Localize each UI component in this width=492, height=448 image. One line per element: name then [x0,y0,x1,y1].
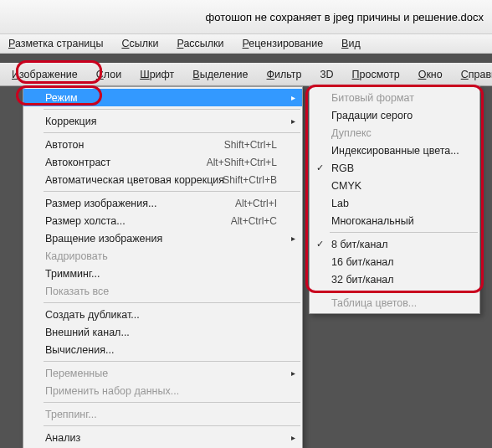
menu-item-label: Автоматическая цветовая коррекция [45,174,224,186]
menu-separator [44,109,300,110]
ps-menu-слои[interactable]: Слои [91,66,126,83]
menu-item[interactable]: Тримминг... [23,265,302,282]
menu-item[interactable]: Внешний канал... [23,323,302,341]
menu-item[interactable]: Создать дубликат... [23,306,302,323]
word-menu-item[interactable]: Рассылки [177,38,223,49]
menu-item-label: Анализ [45,432,80,444]
menu-item[interactable]: Вращение изображения [23,229,302,247]
menu-separator [330,232,478,233]
word-menu-item[interactable]: Ссылки [121,38,158,49]
menu-item-label: Применить набор данных... [45,385,179,397]
menu-separator [44,302,300,303]
menu-item[interactable]: Коррекция [23,112,302,130]
submenu-item[interactable]: 8 бит/канал [310,235,479,253]
menu-shortcut: Alt+Ctrl+I [235,198,277,209]
submenu-item: Таблица цветов... [310,294,479,312]
menu-item: Показать все [23,282,302,300]
menu-item-label: Автотон [45,139,84,151]
menu-shortcut: Shift+Ctrl+L [224,139,277,151]
ps-menu-выделение[interactable]: Выделение [187,66,253,83]
word-menubar: Разметка страницыСсылкиРассылкиРецензиро… [0,33,492,54]
menu-item-label: Показать все [45,286,109,297]
ps-menu-шрифт[interactable]: Шрифт [135,66,179,83]
menu-separator [44,361,300,362]
menu-item-label: Коррекция [45,116,96,127]
ps-menu-справка[interactable]: Справка [456,66,492,83]
menu-item-label: Автоконтраст [45,157,110,168]
menu-item: Переменные [23,364,302,382]
menu-item[interactable]: АвтоконтрастAlt+Shift+Ctrl+L [23,153,302,171]
submenu-item[interactable]: Градации серого [310,106,479,124]
menu-item[interactable]: Автоматическая цветовая коррекцияShift+C… [23,171,302,188]
menu-item[interactable]: Анализ [23,429,302,446]
menu-item-label: Размер изображения... [45,198,156,209]
menu-item-label: Внешний канал... [45,327,130,338]
ps-menu-фильтр[interactable]: Фильтр [262,66,307,83]
menu-item[interactable]: Размер холста...Alt+Ctrl+C [23,212,302,229]
menu-item[interactable]: Вычисления... [23,341,302,358]
menu-item-label: Треппинг... [45,409,97,420]
submenu-item[interactable]: Многоканальный [310,212,479,229]
menu-separator [330,291,478,291]
menu-item-label: Создать дубликат... [45,309,140,321]
submenu-item[interactable]: Lab [310,194,479,212]
menu-separator [44,191,300,192]
ps-menu-окно[interactable]: Окно [413,66,448,83]
menu-item-label: Размер холста... [45,215,126,227]
menu-item[interactable]: АвтотонShift+Ctrl+L [23,136,302,153]
mode-submenu: Битовый форматГрадации серогоДуплексИнде… [309,86,480,314]
menu-separator [44,425,300,426]
menu-item-label: Переменные [45,368,108,379]
menu-shortcut: Shift+Ctrl+B [223,174,277,186]
word-menu-item[interactable]: Разметка страницы [8,38,103,49]
submenu-item[interactable]: CMYK [310,177,479,194]
submenu-item: Битовый формат [310,89,479,106]
ps-menu-просмотр[interactable]: Просмотр [347,66,405,83]
menu-shortcut: Alt+Ctrl+C [231,215,277,227]
menu-item: Треппинг... [23,405,302,423]
menu-separator [44,402,300,403]
menu-item-label: Вращение изображения [45,233,162,245]
menu-item-label: Вычисления... [45,344,114,356]
submenu-item[interactable]: 32 бит/канал [310,270,479,288]
menu-item[interactable]: Режим [23,89,302,106]
menu-item: Применить набор данных... [23,382,302,399]
menu-item-label: Режим [45,92,78,104]
submenu-item[interactable]: 16 бит/канал [310,253,479,270]
menu-shortcut: Alt+Shift+Ctrl+L [207,157,277,168]
submenu-item: Дуплекс [310,124,479,142]
word-menu-item[interactable]: Вид [341,38,361,49]
ps-menu-3d[interactable]: 3D [315,66,339,83]
menu-item[interactable]: Размер изображения...Alt+Ctrl+I [23,194,302,212]
document-title: фотошоп не сохраняет в jpeg причины и ре… [206,11,484,23]
menu-separator [44,132,300,133]
ps-menu-изображение[interactable]: Изображение [7,66,83,83]
submenu-item[interactable]: Индексированные цвета... [310,142,479,159]
image-menu-dropdown: РежимКоррекцияАвтотонShift+Ctrl+LАвтокон… [23,86,303,448]
word-menu-item[interactable]: Рецензирование [243,38,324,49]
word-title-bar: фотошоп не сохраняет в jpeg причины и ре… [0,0,492,33]
submenu-item[interactable]: RGB [310,159,479,177]
menu-item-label: Тримминг... [45,268,100,280]
menu-item: Кадрировать [23,247,302,265]
photoshop-menubar: ИзображениеСлоиШрифтВыделениеФильтр3DПро… [0,63,492,86]
menu-item-label: Кадрировать [45,250,108,262]
